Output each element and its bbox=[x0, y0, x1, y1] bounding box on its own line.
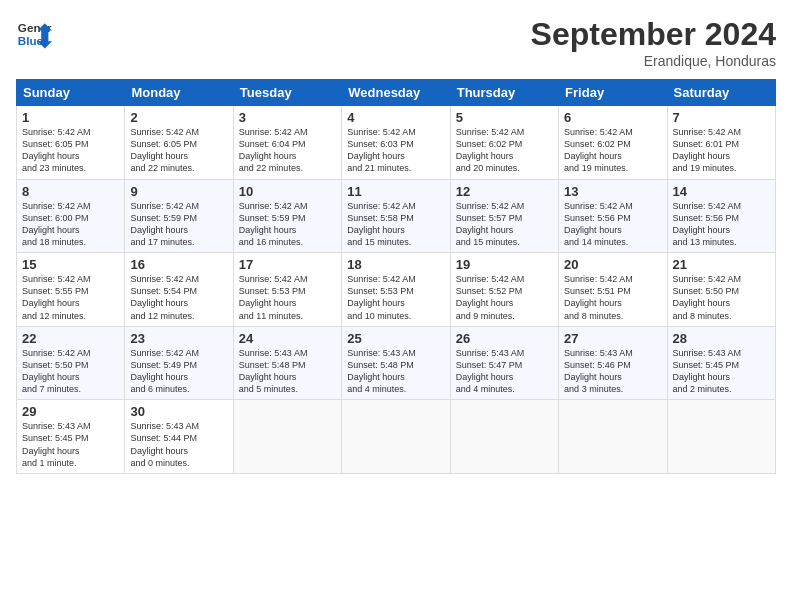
calendar-cell bbox=[342, 400, 450, 474]
day-number: 7 bbox=[673, 110, 770, 125]
day-content: Sunrise: 5:42 AM Sunset: 5:49 PM Dayligh… bbox=[130, 347, 227, 396]
day-number: 15 bbox=[22, 257, 119, 272]
day-content: Sunrise: 5:42 AM Sunset: 5:56 PM Dayligh… bbox=[673, 200, 770, 249]
calendar-cell: 28 Sunrise: 5:43 AM Sunset: 5:45 PM Dayl… bbox=[667, 326, 775, 400]
col-tuesday: Tuesday bbox=[233, 80, 341, 106]
day-number: 11 bbox=[347, 184, 444, 199]
logo-icon: General Blue bbox=[16, 16, 52, 52]
day-content: Sunrise: 5:42 AM Sunset: 5:52 PM Dayligh… bbox=[456, 273, 553, 322]
calendar-cell: 17 Sunrise: 5:42 AM Sunset: 5:53 PM Dayl… bbox=[233, 253, 341, 327]
svg-text:Blue: Blue bbox=[18, 34, 44, 47]
location-subtitle: Erandique, Honduras bbox=[531, 53, 776, 69]
calendar-cell: 1 Sunrise: 5:42 AM Sunset: 6:05 PM Dayli… bbox=[17, 106, 125, 180]
day-number: 3 bbox=[239, 110, 336, 125]
day-content: Sunrise: 5:42 AM Sunset: 6:03 PM Dayligh… bbox=[347, 126, 444, 175]
calendar-cell: 24 Sunrise: 5:43 AM Sunset: 5:48 PM Dayl… bbox=[233, 326, 341, 400]
day-number: 21 bbox=[673, 257, 770, 272]
calendar-cell: 10 Sunrise: 5:42 AM Sunset: 5:59 PM Dayl… bbox=[233, 179, 341, 253]
calendar-cell: 20 Sunrise: 5:42 AM Sunset: 5:51 PM Dayl… bbox=[559, 253, 667, 327]
calendar-cell bbox=[667, 400, 775, 474]
calendar-cell: 11 Sunrise: 5:42 AM Sunset: 5:58 PM Dayl… bbox=[342, 179, 450, 253]
calendar-cell bbox=[233, 400, 341, 474]
day-content: Sunrise: 5:42 AM Sunset: 5:50 PM Dayligh… bbox=[22, 347, 119, 396]
page-container: General Blue September 2024 Erandique, H… bbox=[0, 0, 792, 482]
day-content: Sunrise: 5:43 AM Sunset: 5:45 PM Dayligh… bbox=[22, 420, 119, 469]
calendar-week-1: 1 Sunrise: 5:42 AM Sunset: 6:05 PM Dayli… bbox=[17, 106, 776, 180]
calendar-cell: 5 Sunrise: 5:42 AM Sunset: 6:02 PM Dayli… bbox=[450, 106, 558, 180]
col-wednesday: Wednesday bbox=[342, 80, 450, 106]
day-content: Sunrise: 5:42 AM Sunset: 5:56 PM Dayligh… bbox=[564, 200, 661, 249]
day-number: 4 bbox=[347, 110, 444, 125]
day-number: 26 bbox=[456, 331, 553, 346]
calendar-header: Sunday Monday Tuesday Wednesday Thursday… bbox=[17, 80, 776, 106]
logo: General Blue bbox=[16, 16, 52, 52]
calendar-body: 1 Sunrise: 5:42 AM Sunset: 6:05 PM Dayli… bbox=[17, 106, 776, 474]
day-content: Sunrise: 5:42 AM Sunset: 5:53 PM Dayligh… bbox=[239, 273, 336, 322]
calendar-cell: 14 Sunrise: 5:42 AM Sunset: 5:56 PM Dayl… bbox=[667, 179, 775, 253]
day-content: Sunrise: 5:42 AM Sunset: 6:01 PM Dayligh… bbox=[673, 126, 770, 175]
day-number: 25 bbox=[347, 331, 444, 346]
col-monday: Monday bbox=[125, 80, 233, 106]
day-number: 30 bbox=[130, 404, 227, 419]
header-row: Sunday Monday Tuesday Wednesday Thursday… bbox=[17, 80, 776, 106]
day-content: Sunrise: 5:42 AM Sunset: 5:57 PM Dayligh… bbox=[456, 200, 553, 249]
day-content: Sunrise: 5:43 AM Sunset: 5:48 PM Dayligh… bbox=[239, 347, 336, 396]
page-header: General Blue September 2024 Erandique, H… bbox=[16, 16, 776, 69]
day-content: Sunrise: 5:42 AM Sunset: 5:58 PM Dayligh… bbox=[347, 200, 444, 249]
day-number: 6 bbox=[564, 110, 661, 125]
day-number: 20 bbox=[564, 257, 661, 272]
calendar-cell: 3 Sunrise: 5:42 AM Sunset: 6:04 PM Dayli… bbox=[233, 106, 341, 180]
day-number: 8 bbox=[22, 184, 119, 199]
calendar-cell: 18 Sunrise: 5:42 AM Sunset: 5:53 PM Dayl… bbox=[342, 253, 450, 327]
col-saturday: Saturday bbox=[667, 80, 775, 106]
day-content: Sunrise: 5:42 AM Sunset: 5:54 PM Dayligh… bbox=[130, 273, 227, 322]
day-content: Sunrise: 5:42 AM Sunset: 5:59 PM Dayligh… bbox=[239, 200, 336, 249]
day-content: Sunrise: 5:42 AM Sunset: 6:04 PM Dayligh… bbox=[239, 126, 336, 175]
calendar-cell: 25 Sunrise: 5:43 AM Sunset: 5:48 PM Dayl… bbox=[342, 326, 450, 400]
col-friday: Friday bbox=[559, 80, 667, 106]
calendar-cell: 4 Sunrise: 5:42 AM Sunset: 6:03 PM Dayli… bbox=[342, 106, 450, 180]
day-number: 2 bbox=[130, 110, 227, 125]
calendar-table: Sunday Monday Tuesday Wednesday Thursday… bbox=[16, 79, 776, 474]
day-number: 16 bbox=[130, 257, 227, 272]
day-number: 17 bbox=[239, 257, 336, 272]
calendar-week-2: 8 Sunrise: 5:42 AM Sunset: 6:00 PM Dayli… bbox=[17, 179, 776, 253]
calendar-cell: 29 Sunrise: 5:43 AM Sunset: 5:45 PM Dayl… bbox=[17, 400, 125, 474]
day-content: Sunrise: 5:43 AM Sunset: 5:45 PM Dayligh… bbox=[673, 347, 770, 396]
calendar-cell: 16 Sunrise: 5:42 AM Sunset: 5:54 PM Dayl… bbox=[125, 253, 233, 327]
day-content: Sunrise: 5:43 AM Sunset: 5:47 PM Dayligh… bbox=[456, 347, 553, 396]
day-number: 13 bbox=[564, 184, 661, 199]
calendar-cell: 8 Sunrise: 5:42 AM Sunset: 6:00 PM Dayli… bbox=[17, 179, 125, 253]
day-number: 9 bbox=[130, 184, 227, 199]
day-number: 1 bbox=[22, 110, 119, 125]
calendar-cell: 26 Sunrise: 5:43 AM Sunset: 5:47 PM Dayl… bbox=[450, 326, 558, 400]
calendar-cell: 19 Sunrise: 5:42 AM Sunset: 5:52 PM Dayl… bbox=[450, 253, 558, 327]
day-number: 22 bbox=[22, 331, 119, 346]
day-content: Sunrise: 5:42 AM Sunset: 5:53 PM Dayligh… bbox=[347, 273, 444, 322]
day-number: 18 bbox=[347, 257, 444, 272]
day-number: 19 bbox=[456, 257, 553, 272]
day-content: Sunrise: 5:42 AM Sunset: 6:02 PM Dayligh… bbox=[456, 126, 553, 175]
calendar-cell: 30 Sunrise: 5:43 AM Sunset: 5:44 PM Dayl… bbox=[125, 400, 233, 474]
calendar-cell: 27 Sunrise: 5:43 AM Sunset: 5:46 PM Dayl… bbox=[559, 326, 667, 400]
day-content: Sunrise: 5:42 AM Sunset: 5:50 PM Dayligh… bbox=[673, 273, 770, 322]
day-content: Sunrise: 5:42 AM Sunset: 6:05 PM Dayligh… bbox=[130, 126, 227, 175]
day-content: Sunrise: 5:43 AM Sunset: 5:44 PM Dayligh… bbox=[130, 420, 227, 469]
calendar-cell bbox=[450, 400, 558, 474]
calendar-cell: 21 Sunrise: 5:42 AM Sunset: 5:50 PM Dayl… bbox=[667, 253, 775, 327]
day-number: 23 bbox=[130, 331, 227, 346]
calendar-cell: 7 Sunrise: 5:42 AM Sunset: 6:01 PM Dayli… bbox=[667, 106, 775, 180]
title-block: September 2024 Erandique, Honduras bbox=[531, 16, 776, 69]
day-content: Sunrise: 5:42 AM Sunset: 6:05 PM Dayligh… bbox=[22, 126, 119, 175]
calendar-cell bbox=[559, 400, 667, 474]
calendar-week-5: 29 Sunrise: 5:43 AM Sunset: 5:45 PM Dayl… bbox=[17, 400, 776, 474]
calendar-cell: 23 Sunrise: 5:42 AM Sunset: 5:49 PM Dayl… bbox=[125, 326, 233, 400]
calendar-cell: 9 Sunrise: 5:42 AM Sunset: 5:59 PM Dayli… bbox=[125, 179, 233, 253]
calendar-cell: 6 Sunrise: 5:42 AM Sunset: 6:02 PM Dayli… bbox=[559, 106, 667, 180]
day-content: Sunrise: 5:43 AM Sunset: 5:46 PM Dayligh… bbox=[564, 347, 661, 396]
calendar-cell: 12 Sunrise: 5:42 AM Sunset: 5:57 PM Dayl… bbox=[450, 179, 558, 253]
calendar-week-3: 15 Sunrise: 5:42 AM Sunset: 5:55 PM Dayl… bbox=[17, 253, 776, 327]
calendar-week-4: 22 Sunrise: 5:42 AM Sunset: 5:50 PM Dayl… bbox=[17, 326, 776, 400]
col-thursday: Thursday bbox=[450, 80, 558, 106]
day-content: Sunrise: 5:42 AM Sunset: 6:00 PM Dayligh… bbox=[22, 200, 119, 249]
